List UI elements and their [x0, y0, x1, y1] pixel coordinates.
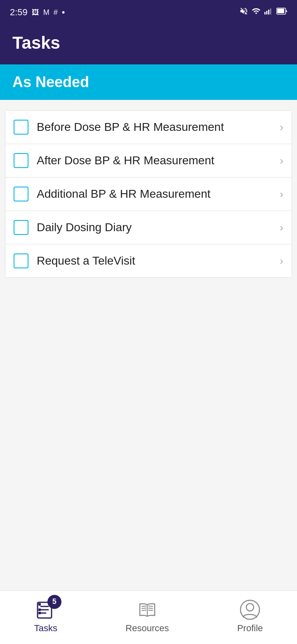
svg-rect-11: [38, 608, 41, 611]
task-item[interactable]: Additional BP & HR Measurement›: [5, 178, 292, 211]
tasks-icon-wrapper: 5: [35, 599, 57, 620]
battery-icon: [276, 7, 287, 18]
svg-rect-5: [277, 9, 284, 13]
chevron-right-icon: ›: [280, 121, 283, 134]
task-item[interactable]: Request a TeleVisit›: [5, 244, 292, 277]
slack-icon: #: [54, 8, 58, 17]
signal-icon: [264, 7, 273, 18]
task-list: Before Dose BP & HR Measurement›After Do…: [5, 110, 292, 278]
svg-point-20: [246, 604, 254, 611]
nav-item-tasks[interactable]: 5 Tasks: [34, 599, 57, 634]
section-banner-title: As Needed: [12, 73, 89, 90]
chevron-right-icon: ›: [280, 255, 283, 268]
mute-icon: [239, 7, 248, 18]
resources-icon-wrapper: [137, 599, 158, 620]
task-item[interactable]: Daily Dosing Diary›: [5, 211, 292, 244]
task-label: Additional BP & HR Measurement: [37, 187, 276, 201]
resources-icon: [137, 599, 158, 620]
svg-rect-0: [264, 12, 266, 14]
svg-line-19: [148, 610, 153, 611]
status-time: 2:59: [10, 7, 28, 18]
wifi-icon: [252, 7, 261, 18]
bottom-nav: 5 Tasks Resources: [0, 590, 297, 644]
task-label: Request a TeleVisit: [37, 254, 276, 268]
chevron-right-icon: ›: [280, 221, 283, 234]
page-title: Tasks: [12, 33, 285, 53]
svg-line-17: [148, 606, 153, 606]
svg-rect-10: [38, 603, 41, 606]
task-label: Daily Dosing Diary: [37, 221, 276, 234]
tasks-nav-label: Tasks: [34, 623, 57, 634]
profile-icon: [239, 599, 261, 620]
profile-icon-wrapper: [239, 599, 261, 620]
chevron-right-icon: ›: [280, 188, 283, 201]
svg-rect-12: [38, 612, 41, 614]
task-checkbox[interactable]: [14, 220, 28, 235]
status-bar-left: 2:59 🖼 M # •: [10, 7, 65, 18]
task-checkbox[interactable]: [14, 253, 28, 268]
nav-item-profile[interactable]: Profile: [237, 599, 263, 634]
mail-icon: M: [43, 8, 50, 17]
nav-item-resources[interactable]: Resources: [125, 599, 169, 634]
task-label: After Dose BP & HR Measurement: [37, 154, 276, 167]
svg-rect-2: [268, 9, 269, 14]
section-banner: As Needed: [0, 64, 297, 100]
dot-icon: •: [62, 7, 65, 18]
svg-line-18: [148, 608, 153, 608]
svg-rect-1: [266, 11, 268, 14]
image-icon: 🖼: [32, 8, 39, 17]
task-item[interactable]: After Dose BP & HR Measurement›: [5, 144, 292, 178]
svg-rect-3: [270, 9, 271, 15]
task-checkbox[interactable]: [14, 153, 28, 168]
status-bar-right: [239, 7, 287, 18]
task-item[interactable]: Before Dose BP & HR Measurement›: [5, 111, 292, 144]
task-label: Before Dose BP & HR Measurement: [37, 121, 276, 134]
tasks-badge: 5: [47, 595, 61, 609]
svg-line-15: [142, 608, 146, 608]
svg-line-14: [142, 606, 146, 606]
chevron-right-icon: ›: [280, 154, 283, 167]
header: Tasks: [0, 25, 297, 64]
profile-nav-label: Profile: [237, 623, 263, 634]
task-checkbox[interactable]: [14, 187, 28, 201]
svg-line-16: [142, 610, 146, 611]
status-bar: 2:59 🖼 M # •: [0, 0, 297, 25]
task-checkbox[interactable]: [14, 120, 28, 135]
resources-nav-label: Resources: [125, 623, 169, 634]
main-content: [0, 284, 297, 578]
